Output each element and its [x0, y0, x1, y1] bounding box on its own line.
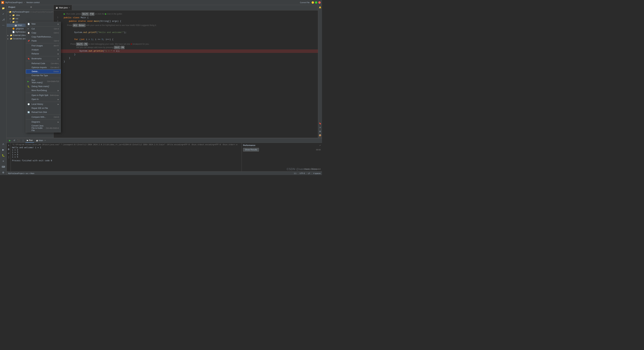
folder-icon-idea: 📁	[12, 14, 15, 16]
code-editor[interactable]: ▶ Run code, press Shift F10 or click the…	[54, 10, 318, 138]
tree-item-root[interactable]: ▼ 📁 MyFirstJavaProject D:/JavaProjects/M…	[7, 10, 54, 13]
menu-item-copy-path[interactable]: Copy Path/Reference...	[26, 35, 61, 39]
paste-shortcut: Ctrl+V	[54, 40, 59, 42]
open-in-arrow-icon: ▶	[58, 98, 59, 100]
rerun-button[interactable]: ↺	[12, 139, 16, 142]
menu-item-override-type[interactable]: Override File Type	[26, 73, 61, 77]
tab-main-java[interactable]: ☕ Main.java ✕	[54, 5, 72, 10]
maven-icon[interactable]: 📦	[318, 134, 322, 137]
bottom-tab-run[interactable]: ▶ Run	[26, 138, 34, 143]
run-main-shortcut: Ctrl+Shift+F10	[47, 80, 59, 82]
tab-close-button[interactable]: ✕	[68, 7, 70, 8]
menu-label-copy: Copy	[32, 32, 54, 34]
commit-icon[interactable]: ✓	[1, 11, 6, 16]
editor-area: Project ⚙ ▼ 📁 MyFirstJavaProject D:/Java…	[7, 5, 322, 138]
folder-icon-root: 📁	[9, 10, 12, 13]
menu-item-copy[interactable]: 📋 Copy Ctrl+C	[26, 31, 61, 35]
tree-item-out[interactable]: ▶ 📁 out	[7, 17, 54, 20]
menu-item-delete[interactable]: Delete... Delete	[26, 69, 61, 73]
menu-item-debug-main[interactable]: 🐛 Debug 'Main.main()'	[26, 84, 61, 88]
stop-button[interactable]: ⬛	[17, 139, 20, 142]
divider-7	[26, 102, 61, 102]
menu-item-find-usages[interactable]: Find Usages Alt+F7	[26, 44, 61, 48]
menu-item-refactor[interactable]: Refactor ▶	[26, 52, 61, 56]
menu-item-reformat[interactable]: Reformat Code Ctrl+Alt+L	[26, 61, 61, 65]
menu-item-cut[interactable]: ✂ Cut Ctrl+X	[26, 27, 61, 31]
menu-item-run-main[interactable]: ▶ Run 'Main.main()' Ctrl+Shift+F10	[26, 78, 61, 84]
refactor-arrow-icon: ▶	[58, 53, 59, 55]
divider-9	[26, 119, 61, 120]
run-icon[interactable]: ▶	[1, 147, 6, 152]
sidebar-settings[interactable]: ⚙	[30, 6, 52, 8]
local-history-arrow-icon: ▶	[58, 103, 59, 105]
tree-label-gitignore: .gitignore	[16, 27, 24, 30]
console-exit-code: Process finished with exit code 0	[12, 159, 240, 162]
hint-run-code: ▶ Run code, press Shift F10 or click the…	[54, 12, 318, 16]
perf-expand-icon[interactable]: ↗	[319, 144, 321, 147]
debug-icon[interactable]: 🐛	[1, 153, 6, 158]
menu-item-open-right-split[interactable]: Open in Right Split Shift+Enter	[26, 93, 61, 97]
delete-shortcut: Delete	[54, 70, 59, 72]
divider-1	[26, 26, 61, 26]
current-file-label: Current File	[300, 1, 310, 3]
tree-item-idea[interactable]: ▶ 📁 .idea	[7, 13, 54, 17]
main-tab-close[interactable]: ✕	[44, 139, 46, 141]
console-line-2: i = 2	[12, 149, 240, 151]
run-main-icon: ▶	[28, 80, 30, 82]
status-sep2: |	[306, 172, 306, 174]
status-left: MyFirstJavaProject > src > Main	[8, 172, 292, 174]
menu-item-diagrams[interactable]: Diagrams ▶	[26, 120, 61, 124]
code-line-10: 10 }	[54, 60, 318, 63]
clear-console-icon[interactable]: 🗑	[7, 148, 10, 151]
hint1-text1: Run code, press	[66, 13, 82, 15]
structure-icon[interactable]: ≡	[318, 126, 322, 129]
more-icon[interactable]: ⋯	[1, 23, 6, 28]
show-results-button[interactable]: Show Results	[243, 148, 259, 152]
soft-wrap-icon[interactable]: ↵	[7, 152, 10, 155]
breakpoint-icon: ●	[130, 42, 132, 45]
menu-item-open-in[interactable]: Open In ▶	[26, 97, 61, 101]
problems-icon[interactable]: ⚠	[1, 141, 6, 147]
services-icon[interactable]: ≡	[1, 159, 6, 164]
run-play-button[interactable]: ▶	[8, 139, 12, 142]
menu-item-optimize[interactable]: Optimize Imports Ctrl+Alt+O	[26, 65, 61, 69]
console-output: "C:\Program Files\Java\jdk-20\bin\java.e…	[11, 143, 242, 171]
menu-item-more-run-debug[interactable]: More Run/Debug ▶	[26, 88, 61, 92]
status-right: 1:1 | UTF-8 | LF | 4 spaces	[294, 172, 321, 174]
settings-icon[interactable]: ⚙	[1, 170, 6, 175]
menu-item-local-history[interactable]: 🕐 Local History ▶	[26, 102, 61, 106]
menu-label-run-main: Run 'Main.main()'	[32, 79, 47, 84]
project-tree-icon[interactable]: 📁	[1, 6, 6, 11]
close-button[interactable]	[318, 1, 321, 4]
maximize-button[interactable]	[315, 1, 317, 4]
tree-label-main: Main	[18, 24, 22, 26]
menu-item-convert-kotlin[interactable]: Convert Java File to Kotlin File Ctrl+Al…	[26, 124, 61, 132]
menu-item-bookmarks[interactable]: 🔖 Bookmarks ▶	[26, 57, 61, 61]
minimize-button[interactable]	[312, 1, 314, 4]
menu-item-repair-ide[interactable]: Repair IDE on File	[26, 106, 61, 110]
reload-disk-icon: 🔄	[28, 111, 30, 113]
gradle-icon[interactable]: ⚙	[318, 130, 322, 133]
terminal-icon[interactable]: ⌨	[1, 164, 6, 169]
console-line-3: i = 3	[12, 151, 240, 153]
menu-item-analyze[interactable]: Analyze ▶	[26, 48, 61, 52]
menu-item-compare-with[interactable]: Compare With... Ctrl+D	[26, 115, 61, 119]
tab-label-main: Main.java	[59, 6, 68, 9]
context-menu: 📄 New ▶ ✂ Cut Ctrl+X 📋 Copy	[26, 22, 61, 132]
more-actions-button[interactable]: ⋮	[21, 139, 25, 142]
notifications-icon[interactable]: 🔔	[318, 6, 322, 9]
code-line-7: 7 System.out.println("i = " + i);	[54, 49, 318, 53]
scroll-end-icon[interactable]: ⤓	[7, 143, 10, 147]
menu-item-reload-disk[interactable]: 🔄 Reload from Disk	[26, 110, 61, 114]
bookmarks-panel-icon[interactable]: 🔖	[318, 122, 322, 125]
menu-item-new[interactable]: 📄 New ▶	[26, 22, 61, 26]
hint3-text2: to start debugging your code. We have se…	[88, 43, 130, 45]
status-line-col: 1:1	[294, 172, 296, 174]
bottom-tab-main[interactable]: ☕ Main ✕	[35, 138, 47, 143]
title-bar-right: Current File	[300, 1, 321, 4]
console-more-icon[interactable]: ⋮	[7, 156, 10, 159]
menu-item-paste[interactable]: 📌 Paste Ctrl+V	[26, 39, 61, 43]
right-icons-panel: 🔔 🔖 ≡ ⚙ 📦	[318, 5, 322, 138]
perf-terminated: Process Terminated	[243, 168, 321, 170]
git-icon[interactable]: ⎇	[1, 17, 6, 22]
